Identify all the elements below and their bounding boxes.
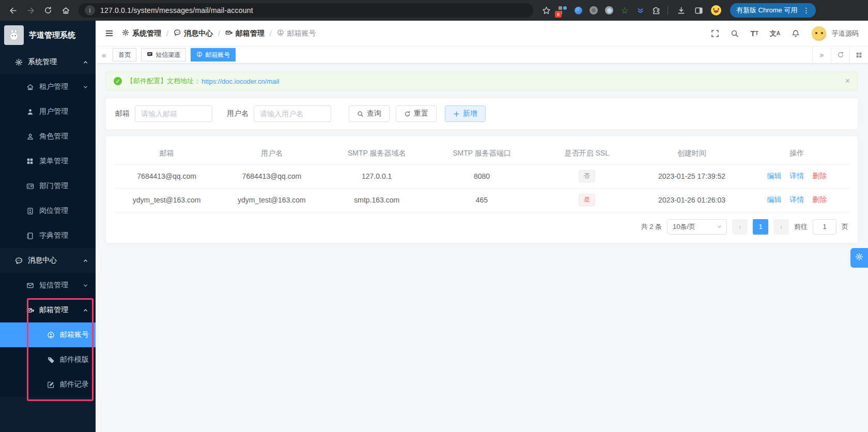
refresh-icon[interactable] bbox=[831, 47, 849, 63]
page-size-select[interactable]: 10条/页 bbox=[667, 219, 727, 235]
sidebar-item-label: 角色管理 bbox=[39, 132, 68, 141]
account-circle-icon bbox=[47, 331, 55, 339]
edit-link[interactable]: 编辑 bbox=[767, 172, 781, 180]
translate-icon[interactable]: 文A bbox=[770, 29, 780, 38]
app-logo-row[interactable]: 芋道管理系统 bbox=[0, 21, 96, 50]
sidebar-item-mail-log[interactable]: 邮件记录 bbox=[0, 372, 96, 397]
chevron-up-icon bbox=[83, 59, 88, 65]
font-size-icon[interactable]: TT bbox=[750, 29, 758, 38]
tab-mail-account[interactable]: 邮箱账号 bbox=[191, 48, 236, 61]
col-ssl: 是否开启 SSL bbox=[534, 143, 639, 164]
downloads-icon[interactable] bbox=[673, 3, 689, 18]
sidebar-item-dict[interactable]: 字典管理 bbox=[0, 223, 96, 248]
extension-icon-4[interactable] bbox=[602, 4, 616, 17]
side-panel-icon[interactable] bbox=[691, 3, 706, 18]
kebab-menu-icon[interactable]: ⋮ bbox=[802, 6, 810, 14]
sidebar-item-mail[interactable]: 邮箱管理 bbox=[0, 298, 96, 322]
cell-domain: smtp.163.com bbox=[324, 188, 429, 212]
breadcrumb-item-message[interactable]: 消息中心 bbox=[174, 29, 213, 38]
site-info-icon[interactable]: i bbox=[85, 5, 95, 16]
breadcrumb-separator: / bbox=[218, 29, 220, 38]
sidebar-item-system[interactable]: 系统管理 bbox=[0, 50, 96, 74]
current-page-button[interactable]: 1 bbox=[753, 219, 768, 235]
delete-link[interactable]: 删除 bbox=[812, 195, 827, 204]
cell-port: 8080 bbox=[429, 164, 534, 188]
sidebar-item-label: 岗位管理 bbox=[39, 206, 68, 215]
extension-icon-6[interactable] bbox=[633, 4, 647, 17]
reset-button[interactable]: 重置 bbox=[396, 105, 437, 122]
cell-mail: 7684413@qq.com bbox=[114, 164, 219, 188]
cell-created: 2023-01-26 01:26:03 bbox=[639, 188, 744, 212]
tabs-scroll-left-icon[interactable]: « bbox=[100, 51, 108, 59]
add-button[interactable]: 新增 bbox=[445, 105, 486, 122]
tabs-scroll-right-icon[interactable]: » bbox=[812, 47, 831, 63]
extension-icon-1[interactable]: 8 bbox=[556, 4, 569, 17]
settings-drawer-button[interactable] bbox=[850, 248, 868, 268]
extension-icon-5[interactable]: ☆ bbox=[618, 4, 631, 17]
forward-icon[interactable] bbox=[23, 3, 38, 18]
sidebar-item-sms[interactable]: 短信管理 bbox=[0, 273, 96, 298]
address-bar[interactable]: i 127.0.0.1/system/messages/mail/mail-ac… bbox=[79, 3, 533, 18]
sidebar-item-label: 用户管理 bbox=[39, 107, 68, 116]
user-name[interactable]: 芋道源码 bbox=[832, 29, 859, 38]
user-avatar[interactable] bbox=[811, 26, 827, 41]
sidebar-item-message-center[interactable]: 消息中心 bbox=[0, 248, 96, 273]
delete-link[interactable]: 删除 bbox=[812, 172, 827, 180]
search-button[interactable]: 查询 bbox=[349, 105, 390, 122]
collapse-menu-icon[interactable] bbox=[105, 29, 114, 38]
table-header-row: 邮箱 用户名 SMTP 服务器域名 SMTP 服务器端口 是否开启 SSL 创建… bbox=[114, 143, 849, 164]
sms-icon bbox=[147, 51, 153, 59]
close-icon[interactable]: × bbox=[845, 76, 850, 86]
goto-page-input[interactable] bbox=[813, 219, 836, 235]
extension-icon-3[interactable] bbox=[587, 4, 600, 17]
layout-grid-icon[interactable] bbox=[849, 47, 868, 63]
total-count: 共 2 条 bbox=[641, 222, 662, 232]
bookmark-star-icon[interactable] bbox=[538, 3, 554, 18]
sidebar-item-mail-account[interactable]: 邮箱账号 bbox=[0, 322, 96, 347]
sidebar-item-dept[interactable]: 部门管理 bbox=[0, 174, 96, 198]
tab-sms-channel[interactable]: 短信渠道 bbox=[141, 48, 186, 61]
sidebar-item-menu[interactable]: 菜单管理 bbox=[0, 149, 96, 174]
prev-page-button[interactable]: ‹ bbox=[732, 219, 748, 235]
fullscreen-icon[interactable] bbox=[711, 29, 719, 38]
extensions-puzzle-icon[interactable] bbox=[649, 4, 662, 17]
email-input[interactable] bbox=[135, 105, 212, 122]
cell-mail: ydym_test@163.com bbox=[114, 188, 219, 212]
gear-icon bbox=[14, 58, 23, 66]
detail-link[interactable]: 详情 bbox=[789, 195, 804, 204]
breadcrumb-item-mail[interactable]: 邮箱管理 bbox=[225, 29, 265, 38]
doc-alert: ✓ 【邮件配置】文档地址： https://doc.iocoder.cn/mai… bbox=[106, 72, 858, 90]
reload-icon[interactable] bbox=[40, 3, 56, 18]
book-icon bbox=[26, 232, 34, 240]
profile-avatar-icon[interactable] bbox=[708, 3, 724, 18]
sidebar-item-role[interactable]: 角色管理 bbox=[0, 124, 96, 149]
sidebar-item-label: 短信管理 bbox=[39, 281, 68, 290]
home-icon bbox=[26, 83, 34, 91]
detail-link[interactable]: 详情 bbox=[789, 172, 804, 180]
doc-link[interactable]: https://doc.iocoder.cn/mail bbox=[202, 78, 279, 85]
col-username: 用户名 bbox=[219, 143, 324, 164]
search-icon[interactable] bbox=[731, 29, 739, 38]
sidebar-item-mail-template[interactable]: 邮件模版 bbox=[0, 347, 96, 372]
sidebar-item-post[interactable]: 岗位管理 bbox=[0, 198, 96, 223]
sidebar-item-user[interactable]: 用户管理 bbox=[0, 99, 96, 124]
chat-icon bbox=[14, 256, 23, 265]
edit-link[interactable]: 编辑 bbox=[767, 195, 781, 204]
breadcrumb-label: 邮箱管理 bbox=[236, 29, 265, 38]
sidebar-item-label: 邮箱管理 bbox=[39, 305, 68, 315]
next-page-button[interactable]: › bbox=[773, 219, 789, 235]
chrome-update-text: 有新版 Chrome 可用 bbox=[736, 6, 797, 15]
home-icon[interactable] bbox=[58, 3, 73, 18]
email-label: 邮箱 bbox=[115, 109, 130, 118]
back-icon[interactable] bbox=[5, 3, 21, 18]
sidebar-item-tenant[interactable]: 租户管理 bbox=[0, 74, 96, 99]
tab-home[interactable]: 首页 bbox=[113, 48, 136, 61]
bell-icon[interactable] bbox=[792, 29, 800, 38]
tab-label: 邮箱账号 bbox=[205, 51, 230, 59]
username-input[interactable] bbox=[254, 105, 331, 122]
table-row: 7684413@qq.com 7684413@qq.com 127.0.0.1 … bbox=[114, 164, 849, 188]
extension-icon-2[interactable] bbox=[571, 4, 585, 17]
chrome-update-chip[interactable]: 有新版 Chrome 可用 ⋮ bbox=[730, 3, 816, 18]
url-text[interactable]: 127.0.0.1/system/messages/mail/mail-acco… bbox=[100, 6, 253, 14]
breadcrumb-item-system[interactable]: 系统管理 bbox=[122, 29, 161, 38]
